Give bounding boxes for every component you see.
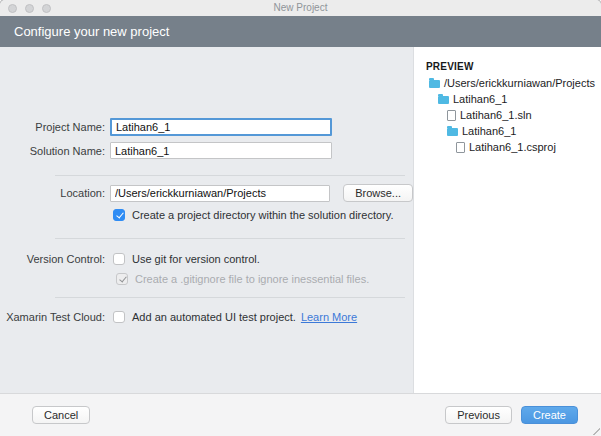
gitignore-label: Create a .gitignore file to ignore iness…: [135, 273, 369, 285]
learn-more-link[interactable]: Learn More: [301, 311, 357, 323]
create-button[interactable]: Create: [521, 406, 578, 424]
resize-grip-icon[interactable]: [592, 427, 600, 435]
version-control-label: Version Control:: [0, 253, 105, 265]
tree-item-label: Latihan6_1.csproj: [469, 141, 556, 153]
file-icon: [456, 142, 465, 153]
tree-item-label: /Users/erickkurniawan/Projects: [444, 77, 595, 89]
titlebar: New Project: [0, 0, 601, 16]
new-project-dialog: New Project Configure your new project P…: [0, 0, 601, 436]
location-label: Location:: [0, 187, 105, 199]
add-ui-test-checkbox[interactable]: [113, 311, 125, 323]
preview-tree: /Users/erickkurniawan/ProjectsLatihan6_1…: [426, 75, 601, 155]
add-ui-test-label: Add an automated UI test project.: [132, 311, 296, 323]
file-icon: [447, 110, 456, 121]
location-row: Location: Browse...: [0, 184, 413, 202]
footer: Cancel Previous Create: [0, 393, 601, 436]
use-git-checkbox[interactable]: [113, 253, 125, 265]
create-project-directory-label: Create a project directory within the so…: [132, 209, 393, 221]
cancel-button[interactable]: Cancel: [32, 406, 90, 424]
solution-name-label: Solution Name:: [0, 145, 105, 157]
project-name-row: Project Name:: [0, 118, 413, 136]
solution-name-input[interactable]: [110, 142, 332, 159]
tree-item-label: Latihan6_1: [453, 93, 507, 105]
tree-item[interactable]: Latihan6_1.sln: [426, 107, 601, 123]
preview-panel: PREVIEW /Users/erickkurniawan/ProjectsLa…: [413, 47, 601, 393]
tree-item[interactable]: Latihan6_1: [426, 123, 601, 139]
preview-title: PREVIEW: [426, 61, 601, 72]
test-cloud-row: Xamarin Test Cloud: Add an automated UI …: [0, 311, 413, 323]
tree-item-label: Latihan6_1: [462, 125, 516, 137]
folder-icon: [447, 128, 458, 136]
window-title: New Project: [0, 2, 601, 13]
location-input[interactable]: [110, 185, 330, 202]
solution-name-row: Solution Name:: [0, 142, 413, 159]
tree-item[interactable]: Latihan6_1.csproj: [426, 139, 601, 155]
use-git-label: Use git for version control.: [132, 253, 260, 265]
test-cloud-label: Xamarin Test Cloud:: [0, 311, 105, 323]
folder-icon: [429, 80, 440, 88]
create-project-directory-checkbox[interactable]: [113, 209, 125, 221]
content: Project Name: Solution Name: Location: B…: [0, 47, 601, 393]
gitignore-checkbox: [116, 273, 128, 285]
tree-item[interactable]: Latihan6_1: [426, 91, 601, 107]
project-name-label: Project Name:: [0, 121, 105, 133]
folder-icon: [438, 96, 449, 104]
form-panel: Project Name: Solution Name: Location: B…: [0, 47, 413, 393]
version-control-row: Version Control: Use git for version con…: [0, 253, 413, 265]
divider: [55, 175, 405, 176]
divider: [55, 297, 405, 298]
tree-item[interactable]: /Users/erickkurniawan/Projects: [426, 75, 601, 91]
tree-item-label: Latihan6_1.sln: [460, 109, 532, 121]
project-name-input[interactable]: [110, 118, 332, 136]
page-title: Configure your new project: [14, 24, 169, 39]
browse-button[interactable]: Browse...: [343, 184, 413, 202]
dialog-header: Configure your new project: [0, 16, 601, 47]
project-directory-row: Create a project directory within the so…: [0, 209, 413, 221]
gitignore-row: Create a .gitignore file to ignore iness…: [0, 273, 413, 285]
previous-button[interactable]: Previous: [445, 406, 512, 424]
divider: [55, 238, 405, 239]
